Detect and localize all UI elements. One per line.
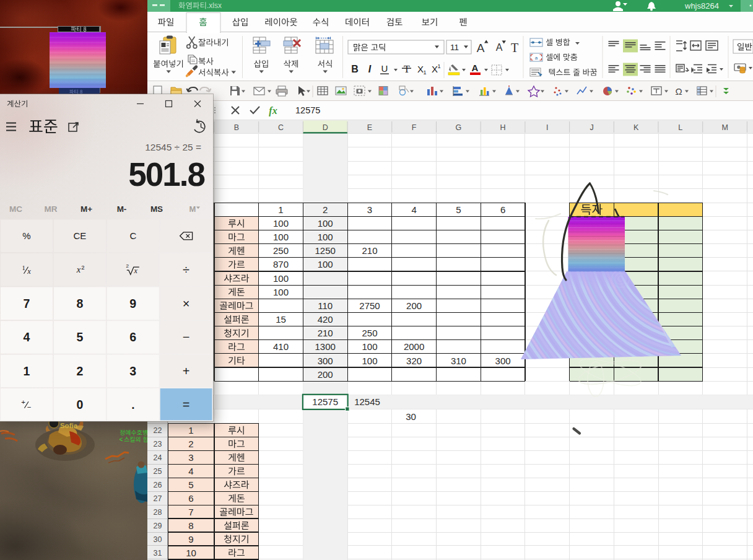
svg-text:MR: MR <box>45 204 58 214</box>
svg-text:100: 100 <box>362 356 377 366</box>
svg-text:28: 28 <box>154 508 162 517</box>
svg-text:E: E <box>367 123 372 132</box>
svg-text:320: 320 <box>406 356 422 366</box>
svg-text:5: 5 <box>188 479 193 490</box>
svg-text:2750: 2750 <box>359 300 380 311</box>
svg-text:1: 1 <box>423 69 426 76</box>
svg-text:a: a <box>535 55 538 61</box>
svg-text:2: 2 <box>323 204 328 215</box>
svg-text:1: 1 <box>188 425 193 435</box>
svg-text:C: C <box>278 123 284 132</box>
svg-text:300: 300 <box>495 356 511 366</box>
svg-text:B: B <box>234 123 239 132</box>
svg-text:501.8: 501.8 <box>128 156 204 193</box>
svg-text:100: 100 <box>318 232 333 242</box>
svg-text:2: 2 <box>81 264 84 271</box>
svg-text:1: 1 <box>22 265 25 271</box>
svg-text:÷: ÷ <box>183 263 189 276</box>
svg-text:31: 31 <box>154 549 162 558</box>
svg-text:whjs8264: whjs8264 <box>684 1 719 11</box>
svg-text:−: − <box>27 403 32 411</box>
svg-text:CE: CE <box>73 230 86 241</box>
svg-text:T: T <box>404 64 410 74</box>
svg-text:=: = <box>183 398 190 411</box>
svg-text:12545 ÷ 25 =: 12545 ÷ 25 = <box>145 142 201 152</box>
svg-text:2: 2 <box>188 439 193 449</box>
svg-text:M: M <box>721 123 728 132</box>
svg-text:310: 310 <box>451 356 466 366</box>
svg-text:24: 24 <box>154 453 162 462</box>
svg-text:C: C <box>129 230 136 241</box>
svg-text:100: 100 <box>362 341 377 352</box>
svg-text:+: + <box>21 398 25 406</box>
svg-text:870: 870 <box>273 259 289 269</box>
svg-text:300: 300 <box>318 356 333 366</box>
svg-text:1: 1 <box>437 63 440 69</box>
svg-text:2: 2 <box>126 263 129 269</box>
svg-text:2000: 2000 <box>404 341 424 352</box>
svg-text:M+: M+ <box>81 204 92 214</box>
svg-text:3: 3 <box>129 364 136 378</box>
svg-text:L: L <box>678 123 682 132</box>
svg-text:30: 30 <box>154 535 162 544</box>
svg-text:7: 7 <box>188 507 193 517</box>
svg-text:9: 9 <box>129 297 136 310</box>
svg-text:A: A <box>496 42 503 53</box>
svg-text:1250: 1250 <box>315 245 336 256</box>
svg-text:0: 0 <box>76 398 83 411</box>
svg-text:U: U <box>381 63 388 74</box>
svg-text:Sofia: Sofia <box>60 422 78 429</box>
svg-text:I: I <box>368 64 372 74</box>
svg-text:−: − <box>183 330 190 344</box>
svg-text:×: × <box>183 297 190 310</box>
svg-text:F: F <box>412 123 417 132</box>
svg-text:100: 100 <box>273 273 289 284</box>
svg-text:.xlsx: .xlsx <box>207 1 222 10</box>
svg-text:27: 27 <box>154 494 162 503</box>
svg-text:%: % <box>22 230 30 241</box>
svg-text:22: 22 <box>154 426 162 435</box>
svg-text:200: 200 <box>318 369 333 380</box>
svg-text:100: 100 <box>273 232 289 242</box>
svg-text:.: . <box>131 398 134 411</box>
svg-text:100: 100 <box>273 287 289 297</box>
svg-text:2: 2 <box>76 364 83 378</box>
svg-text:1: 1 <box>24 364 30 378</box>
svg-text:26: 26 <box>154 481 162 489</box>
svg-text:H: H <box>500 123 506 132</box>
svg-text:I: I <box>546 123 548 132</box>
svg-text:7: 7 <box>24 297 30 310</box>
svg-text:4: 4 <box>188 466 193 476</box>
svg-text:210: 210 <box>362 245 377 256</box>
svg-text:A: A <box>477 42 485 55</box>
svg-text:9: 9 <box>188 534 193 545</box>
svg-text:6: 6 <box>129 330 136 344</box>
svg-text:x: x <box>134 266 138 275</box>
svg-text:4: 4 <box>411 204 416 215</box>
svg-text:G: G <box>456 123 462 132</box>
svg-text:12545: 12545 <box>354 396 380 407</box>
svg-text:J: J <box>590 123 593 132</box>
svg-text:11: 11 <box>450 43 459 52</box>
svg-text:8: 8 <box>76 297 83 310</box>
svg-text:B: B <box>351 64 359 74</box>
svg-text:6: 6 <box>188 493 193 504</box>
svg-text:12575: 12575 <box>295 105 320 115</box>
svg-text:M: M <box>189 204 196 214</box>
svg-text:10: 10 <box>186 548 196 558</box>
svg-text:100: 100 <box>273 218 289 229</box>
svg-text:5: 5 <box>456 204 461 215</box>
svg-text:12575: 12575 <box>312 396 338 407</box>
svg-text:8: 8 <box>188 520 193 531</box>
svg-text:410: 410 <box>273 341 289 352</box>
svg-text:29: 29 <box>154 522 162 530</box>
svg-text:250: 250 <box>273 245 289 256</box>
svg-text:30: 30 <box>406 411 416 422</box>
svg-text:<: < <box>120 436 123 443</box>
svg-text:+: + <box>183 364 190 378</box>
svg-text:100: 100 <box>318 218 333 229</box>
svg-text:210: 210 <box>318 328 333 338</box>
svg-text:250: 250 <box>362 328 377 338</box>
svg-text:15: 15 <box>276 314 286 325</box>
svg-text:x: x <box>27 267 31 276</box>
